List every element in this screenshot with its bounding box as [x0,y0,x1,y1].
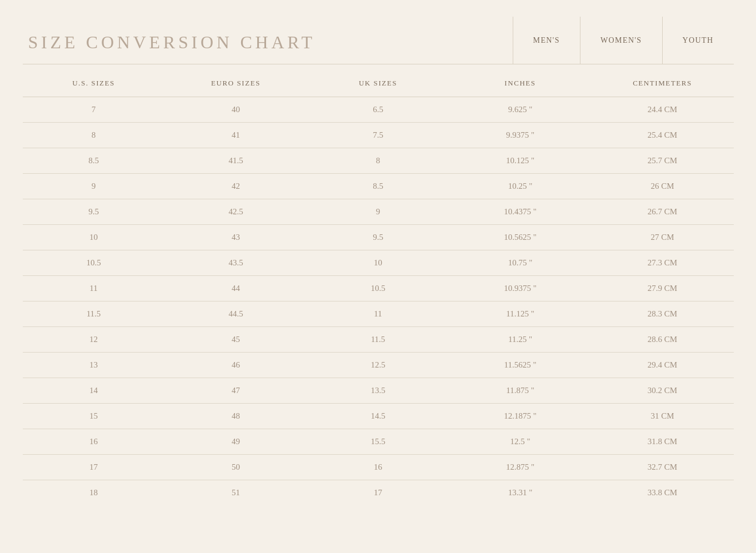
table-row: 10439.510.5625 "27 CM [23,225,734,250]
cell-cm: 31.8 CM [592,437,734,446]
table-row: 11.544.51111.125 "28.3 CM [23,301,734,327]
cell-uk: 12.5 [307,360,449,370]
tab-womens[interactable]: WOMEN'S [580,17,662,64]
cell-us: 15 [23,411,165,421]
cell-euro: 42.5 [165,207,307,217]
table-row: 9428.510.25 "26 CM [23,174,734,199]
cell-inches: 11.5625 " [449,360,592,370]
cell-us: 11 [23,284,165,293]
cell-euro: 49 [165,437,307,446]
cell-uk: 15.5 [307,437,449,446]
cell-uk: 9 [307,207,449,217]
cell-uk: 9.5 [307,233,449,242]
cell-inches: 10.9375 " [449,284,592,293]
cell-uk: 8.5 [307,182,449,191]
cell-us: 8.5 [23,156,165,165]
cell-euro: 43.5 [165,258,307,268]
cell-cm: 27 CM [592,233,734,242]
cell-uk: 10 [307,258,449,268]
cell-euro: 41.5 [165,156,307,165]
cell-inches: 9.9375 " [449,130,592,140]
cell-inches: 11.125 " [449,309,592,319]
cell-cm: 24.4 CM [592,105,734,114]
cell-us: 9 [23,182,165,191]
col-centimeters: CENTIMETERS [592,79,734,88]
cell-euro: 50 [165,462,307,472]
table-row: 10.543.51010.75 "27.3 CM [23,250,734,276]
col-euro-sizes: EURO SIZES [165,79,307,88]
table-row: 17501612.875 "32.7 CM [23,455,734,480]
tab-youth[interactable]: YOUTH [662,17,734,64]
chart-title-area: SIZE CONVERSION CHART [23,17,513,64]
col-us-sizes: U.S. SIZES [23,79,165,88]
table-row: 164915.512.5 "31.8 CM [23,429,734,455]
col-uk-sizes: UK SIZES [307,79,449,88]
cell-cm: 32.7 CM [592,462,734,472]
cell-euro: 43 [165,233,307,242]
table-row: 18511713.31 "33.8 CM [23,480,734,505]
cell-euro: 47 [165,386,307,395]
cell-inches: 11.25 " [449,335,592,344]
table-row: 134612.511.5625 "29.4 CM [23,353,734,378]
cell-inches: 10.25 " [449,182,592,191]
cell-us: 11.5 [23,309,165,319]
chart-title: SIZE CONVERSION CHART [28,32,496,53]
top-header: SIZE CONVERSION CHART MEN'S WOMEN'S YOUT… [23,17,734,64]
cell-inches: 10.75 " [449,258,592,268]
cell-us: 9.5 [23,207,165,217]
cell-euro: 40 [165,105,307,114]
cell-uk: 7.5 [307,130,449,140]
col-inches: INCHES [449,79,592,88]
cell-euro: 41 [165,130,307,140]
table-row: 124511.511.25 "28.6 CM [23,327,734,353]
column-headers: U.S. SIZES EURO SIZES UK SIZES INCHES CE… [23,70,734,97]
table-row: 144713.511.875 "30.2 CM [23,378,734,404]
cell-inches: 12.5 " [449,437,592,446]
gender-tabs: MEN'S WOMEN'S YOUTH [513,17,734,64]
cell-uk: 13.5 [307,386,449,395]
cell-euro: 46 [165,360,307,370]
cell-inches: 11.875 " [449,386,592,395]
cell-cm: 31 CM [592,411,734,421]
cell-us: 8 [23,130,165,140]
cell-us: 17 [23,462,165,472]
cell-cm: 26.7 CM [592,207,734,217]
cell-cm: 29.4 CM [592,360,734,370]
table-row: 7406.59.625 "24.4 CM [23,97,734,123]
cell-euro: 45 [165,335,307,344]
cell-us: 16 [23,437,165,446]
cell-cm: 25.4 CM [592,130,734,140]
table-row: 154814.512.1875 "31 CM [23,404,734,429]
cell-inches: 10.5625 " [449,233,592,242]
tab-mens[interactable]: MEN'S [513,17,580,64]
cell-uk: 14.5 [307,411,449,421]
cell-cm: 28.6 CM [592,335,734,344]
cell-us: 10.5 [23,258,165,268]
cell-cm: 25.7 CM [592,156,734,165]
cell-inches: 13.31 " [449,488,592,497]
cell-cm: 27.9 CM [592,284,734,293]
cell-us: 18 [23,488,165,497]
cell-euro: 51 [165,488,307,497]
cell-cm: 27.3 CM [592,258,734,268]
table-row: 8417.59.9375 "25.4 CM [23,123,734,148]
cell-cm: 30.2 CM [592,386,734,395]
page-container: SIZE CONVERSION CHART MEN'S WOMEN'S YOUT… [23,17,734,505]
cell-cm: 33.8 CM [592,488,734,497]
cell-us: 7 [23,105,165,114]
cell-cm: 28.3 CM [592,309,734,319]
cell-uk: 6.5 [307,105,449,114]
cell-us: 12 [23,335,165,344]
cell-uk: 10.5 [307,284,449,293]
cell-euro: 48 [165,411,307,421]
cell-uk: 11.5 [307,335,449,344]
table-row: 8.541.5810.125 "25.7 CM [23,148,734,174]
cell-uk: 11 [307,309,449,319]
cell-uk: 17 [307,488,449,497]
cell-euro: 42 [165,182,307,191]
data-table: 7406.59.625 "24.4 CM8417.59.9375 "25.4 C… [23,97,734,505]
table-row: 114410.510.9375 "27.9 CM [23,276,734,301]
cell-inches: 10.125 " [449,156,592,165]
cell-uk: 16 [307,462,449,472]
table-row: 9.542.5910.4375 "26.7 CM [23,199,734,225]
